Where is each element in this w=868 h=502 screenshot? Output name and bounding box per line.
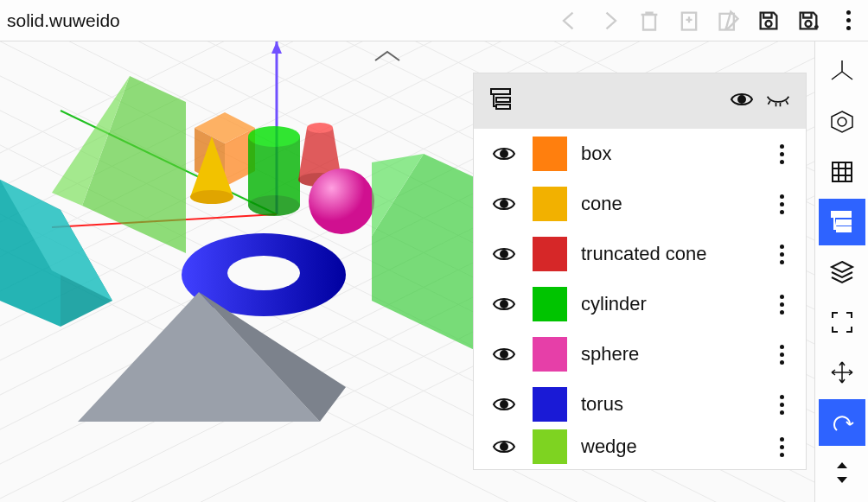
color-swatch [533,287,567,321]
svg-point-59 [738,96,745,103]
svg-point-66 [501,443,507,450]
row-menu-button[interactable] [771,194,792,214]
grid-toggle-button[interactable] [819,149,865,195]
row-menu-button[interactable] [771,245,792,264]
view-cube-button[interactable] [819,98,865,145]
object-row-cone[interactable]: cone [474,179,806,229]
layers-button[interactable] [819,249,865,295]
svg-rect-71 [837,227,851,232]
visibility-toggle[interactable] [489,145,519,162]
visibility-toggle[interactable] [489,438,519,455]
object-row-truncated-cone[interactable]: truncated cone [474,229,806,279]
undo-button[interactable] [819,399,865,446]
outline-tree-icon [489,87,514,115]
visibility-toggle[interactable] [489,396,519,413]
object-row-cylinder[interactable]: cylinder [474,279,806,329]
save-button[interactable] [749,0,788,41]
top-toolbar: solid.wuweido [0,0,868,41]
visibility-toggle[interactable] [489,195,519,213]
svg-marker-67 [832,111,852,132]
shape-wedge-green-2 [372,154,480,353]
object-row-torus[interactable]: torus [474,379,806,429]
row-menu-button[interactable] [771,295,792,315]
svg-point-43 [190,190,233,204]
color-swatch [533,429,567,464]
object-row-wedge[interactable]: wedge [474,429,806,464]
visibility-toggle[interactable] [489,346,519,363]
object-label: sphere [581,343,757,365]
hide-all-icon[interactable] [766,87,790,115]
svg-rect-56 [491,89,510,94]
visibility-toggle[interactable] [489,295,519,313]
object-label: truncated cone [581,243,757,265]
object-label: box [581,143,757,165]
right-toolbar [814,41,868,502]
row-menu-button[interactable] [771,395,792,415]
viewport-3d[interactable]: box cone truncated cone [0,41,814,502]
svg-point-53 [227,256,300,290]
svg-point-48 [307,123,333,133]
outline-panel-button[interactable] [819,199,865,245]
svg-rect-58 [496,105,510,109]
edit-button[interactable] [709,0,749,41]
axes-tool-button[interactable] [819,48,865,95]
svg-point-60 [501,150,507,157]
svg-point-2 [766,21,772,27]
color-swatch [533,187,567,221]
color-swatch [533,387,567,422]
document-title: solid.wuweido [0,10,120,31]
svg-point-3 [806,21,812,27]
svg-marker-33 [271,41,282,54]
back-button[interactable] [550,0,590,41]
svg-point-63 [501,301,507,308]
svg-point-46 [248,195,300,216]
shape-pyramid [78,292,346,422]
color-swatch [533,137,567,171]
shape-cylinder [248,126,300,216]
visibility-toggle[interactable] [489,245,519,263]
overflow-menu-button[interactable] [828,0,868,41]
object-row-box[interactable]: box [474,129,806,179]
svg-rect-57 [496,98,510,102]
objects-panel: box cone truncated cone [473,73,807,470]
svg-rect-69 [832,212,851,217]
forward-button[interactable] [590,0,629,41]
svg-point-65 [501,401,507,408]
row-menu-button[interactable] [771,437,792,457]
collapse-panel-button[interactable] [372,48,403,69]
svg-point-61 [501,200,507,207]
svg-point-64 [501,351,507,358]
object-label: cone [581,193,757,215]
expand-vertical-button[interactable] [819,449,865,496]
svg-point-62 [501,251,507,257]
svg-point-68 [838,118,846,126]
object-label: torus [581,393,757,416]
row-menu-button[interactable] [771,144,792,164]
color-swatch [533,337,567,372]
color-swatch [533,237,567,271]
fullscreen-button[interactable] [819,299,865,346]
object-row-sphere[interactable]: sphere [474,329,806,379]
svg-point-45 [248,126,300,147]
save-as-button[interactable] [788,0,828,41]
object-label: wedge [581,435,757,458]
paste-button[interactable] [669,0,709,41]
show-all-icon[interactable] [730,87,754,115]
svg-rect-70 [837,220,851,225]
objects-panel-header [474,73,806,129]
svg-marker-37 [82,76,186,253]
object-label: cylinder [581,293,757,315]
delete-button[interactable] [629,0,669,41]
row-menu-button[interactable] [771,345,792,365]
shape-sphere [309,168,374,234]
move-tool-button[interactable] [819,349,865,396]
